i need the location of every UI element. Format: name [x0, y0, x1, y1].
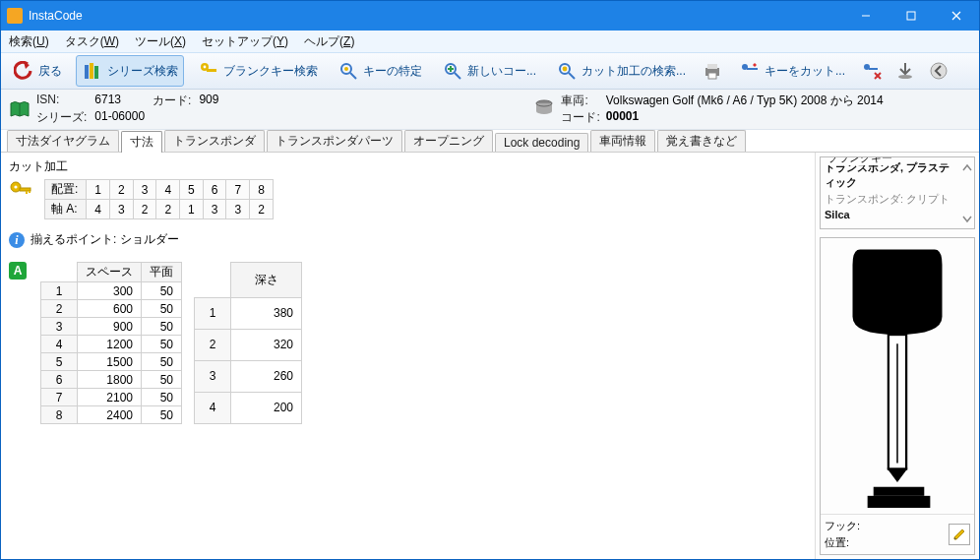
keys-icon — [198, 60, 219, 82]
magnifier-plus-icon — [442, 60, 463, 82]
maximize-button[interactable] — [888, 1, 934, 31]
tab-dimensions[interactable]: 寸法 — [121, 131, 162, 153]
hook-label: フック: — [825, 519, 860, 533]
align-point-value: ショルダー — [120, 231, 179, 248]
svg-point-30 — [931, 63, 947, 79]
chevron-down-icon[interactable] — [962, 215, 972, 224]
tab-transponder-parts[interactable]: トランスポンダパーツ — [267, 130, 402, 152]
tab-diagram[interactable]: 寸法ダイヤグラム — [7, 130, 119, 152]
axis-cell: 3 — [110, 200, 134, 219]
info-left: ISN: 6713 カード: 909 シリーズ: 01-06000 — [36, 93, 218, 126]
tab-lock-decoding[interactable]: Lock decoding — [495, 133, 588, 152]
tab-opening[interactable]: オープニング — [404, 130, 493, 152]
card-label: カード: — [153, 93, 191, 109]
svg-rect-41 — [874, 486, 925, 495]
download-button[interactable] — [892, 55, 918, 87]
cut-search-button[interactable]: カット加工の検索... — [550, 55, 692, 87]
tab-transponder[interactable]: トランスポンダ — [164, 130, 265, 152]
back-button[interactable]: 戻る — [7, 55, 68, 87]
pos-cell: 8 — [250, 180, 274, 200]
axis-cell: 3 — [226, 200, 250, 219]
table-row: 6180050 — [41, 371, 182, 389]
key-identify-button[interactable]: キーの特定 — [332, 55, 428, 87]
position-table: 配置: 1 2 3 4 5 6 7 8 軸 A: 4 — [44, 179, 274, 219]
svg-rect-1 — [907, 12, 915, 20]
key-icon — [9, 179, 32, 203]
position-label: 位置: — [825, 535, 860, 550]
chevron-up-icon[interactable] — [962, 163, 972, 173]
scrollbar[interactable] — [960, 163, 974, 224]
list-item[interactable]: Silca — [823, 208, 958, 221]
series-search-button[interactable]: シリーズ検索 — [76, 55, 184, 87]
magnifier-gear-icon — [556, 60, 578, 82]
table-row: 260050 — [41, 300, 182, 318]
svg-rect-38 — [29, 191, 31, 193]
key-identify-label: キーの特定 — [363, 63, 422, 80]
series-label: シリーズ: — [36, 109, 87, 126]
edit-button[interactable] — [949, 524, 970, 545]
axis-cell: 1 — [180, 200, 204, 219]
toolbar: 戻る シリーズ検索 ブランクキー検索 キーの特定 新しいコー... カット加工の… — [1, 53, 979, 90]
svg-rect-37 — [26, 191, 28, 194]
main-content: カット加工 配置: 1 2 3 4 5 6 — [1, 153, 815, 559]
depth-table: 深さ 1380 2320 3260 4200 — [194, 262, 302, 424]
pos-cell: 3 — [133, 180, 156, 200]
svg-point-35 — [14, 185, 17, 188]
key-cut-label: キーをカット... — [765, 63, 845, 80]
menu-task[interactable]: タスク(W) — [61, 32, 123, 51]
isn-value: 6713 — [94, 93, 145, 109]
axis-cell: 2 — [250, 200, 274, 219]
table-row: 2320 — [195, 329, 302, 360]
close-button[interactable] — [934, 1, 979, 31]
magnifier-key-icon — [337, 60, 359, 82]
svg-rect-26 — [869, 68, 878, 70]
table-row: 3260 — [195, 360, 302, 392]
space-table: スペース 平面 130050 260050 390050 4120050 515… — [40, 262, 182, 424]
menu-help[interactable]: ヘルプ(Z) — [300, 32, 358, 51]
history-back-button[interactable] — [926, 55, 951, 87]
key-cut-button[interactable]: キーをカット... — [733, 55, 851, 87]
blank-search-button[interactable]: ブランクキー検索 — [192, 55, 324, 87]
align-point-label: 揃えるポイント: — [31, 231, 116, 248]
tab-bar: 寸法ダイヤグラム 寸法 トランスポンダ トランスポンダパーツ オープニング Lo… — [1, 130, 979, 153]
axis-cell: 2 — [133, 200, 156, 219]
menu-setup[interactable]: セットアップ(Y) — [198, 32, 292, 51]
series-search-label: シリーズ検索 — [107, 63, 178, 80]
menu-bar: 検索(U) タスク(W) ツール(X) セットアップ(Y) ヘルプ(Z) — [1, 31, 979, 53]
clear-key-button[interactable] — [859, 55, 885, 87]
pos-cell: 5 — [180, 180, 204, 200]
axis-cell: 2 — [156, 200, 180, 219]
vehicle-label: 車両: — [561, 93, 599, 109]
print-button[interactable] — [700, 55, 725, 87]
info-bar: ISN: 6713 カード: 909 シリーズ: 01-06000 車両: Vo… — [1, 90, 979, 130]
key-props: フック: 位置: — [821, 514, 974, 554]
key-preview-panel: フック: 位置: — [820, 237, 975, 555]
app-icon — [7, 8, 23, 24]
pos-cell: 6 — [203, 180, 226, 200]
list-item[interactable]: トランスポンダ: クリプト — [823, 191, 958, 208]
layout-label: 配置: — [45, 180, 87, 200]
table-row: 5150050 — [41, 353, 182, 371]
blank-key-panel: ブランクキー トランスポンダ, プラスティック トランスポンダ: クリプト Si… — [820, 156, 975, 229]
disc-icon — [533, 93, 555, 122]
new-code-button[interactable]: 新しいコー... — [436, 55, 542, 87]
svg-point-29 — [898, 75, 912, 79]
code-value: 00001 — [606, 109, 884, 126]
app-title: InstaCode — [29, 9, 843, 23]
minimize-button[interactable] — [843, 1, 888, 31]
svg-rect-21 — [707, 64, 717, 69]
axis-label: 軸 A: — [45, 200, 87, 219]
menu-search[interactable]: 検索(U) — [5, 32, 53, 51]
pencil-icon — [952, 528, 966, 541]
books-icon — [82, 60, 103, 82]
vehicle-value: Volkswagen Golf (Mk6 / A6 / Typ 5K) 2008… — [606, 93, 884, 109]
table-row: 4200 — [195, 392, 302, 423]
right-panel: ブランクキー トランスポンダ, プラスティック トランスポンダ: クリプト Si… — [815, 153, 979, 559]
tab-vehicle-info[interactable]: 車両情報 — [590, 130, 655, 152]
pos-cell: 7 — [226, 180, 250, 200]
tab-memo[interactable]: 覚え書きなど — [657, 130, 746, 152]
back-label: 戻る — [38, 63, 62, 80]
menu-tool[interactable]: ツール(X) — [131, 32, 190, 51]
svg-rect-24 — [747, 68, 758, 70]
isn-label: ISN: — [36, 93, 87, 109]
